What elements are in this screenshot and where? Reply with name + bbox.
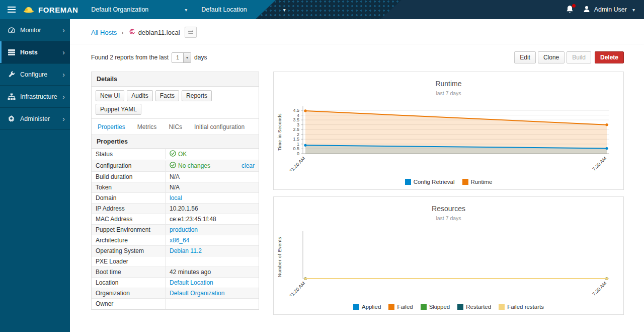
legend-label: Restarted [466,304,491,310]
table-row: Boot time42 minutes ago [92,267,259,278]
legend-item-failed-restarts[interactable]: Failed restarts [499,304,544,310]
legend-item-config-retrieval[interactable]: Config Retrieval [405,179,455,185]
legend-label: Failed restarts [507,304,544,310]
delete-button[interactable]: Delete [595,51,624,63]
new-ui-button[interactable]: New UI [96,90,124,101]
property-label: Status [92,149,166,159]
tab-initial-configuration[interactable]: Initial configuration [194,123,245,130]
legend-label: Failed [397,304,413,310]
property-value: 42 minutes ago [170,269,211,276]
days-suffix-text: days [194,54,207,61]
chart-subtitle: last 7 days [436,215,461,221]
sidebar-item-infrastructure[interactable]: Infrastructure› [0,86,70,108]
legend-swatch [353,304,359,310]
user-menu[interactable]: Admin User ▾ [583,5,635,15]
top-navbar: FOREMAN Default Organization ▾ Default L… [0,0,644,19]
clone-button[interactable]: Clone [538,51,565,63]
property-label: Configuration [92,161,166,171]
days-select[interactable]: 1 ▾ [172,52,191,63]
clear-link[interactable]: clear [242,162,255,169]
chevron-down-icon: ▾ [283,7,286,13]
chart-title: Resources [432,205,465,213]
property-value: N/A [170,184,180,191]
legend-item-restarted[interactable]: Restarted [457,304,491,310]
build-button[interactable]: Build [567,51,591,63]
hamburger-menu-icon[interactable] [0,0,23,19]
property-value-link[interactable]: Debian 11.2 [170,247,202,254]
legend-item-applied[interactable]: Applied [353,304,381,310]
legend-label: Runtime [471,179,493,185]
property-value-link[interactable]: Default Location [170,279,213,286]
reports-count-text: Found 2 reports from the last [91,54,169,61]
svg-text:1.5: 1.5 [293,137,299,142]
property-label: Build duration [92,172,166,182]
property-value-link[interactable]: local [170,194,182,202]
location-selector[interactable]: Default Location ▾ [201,6,285,13]
x-axis-tick-label: 12/16, 7:20 AM [581,281,607,296]
property-label: Owner [92,299,166,309]
tab-metrics[interactable]: Metrics [137,123,157,130]
circle-check-icon [170,150,176,158]
brand-name: FOREMAN [38,6,78,14]
property-label: Architecture [92,235,166,245]
breadcrumb-separator-icon: › [121,29,123,36]
chart-title: Runtime [435,80,461,88]
legend-item-runtime[interactable]: Runtime [462,179,493,185]
chevron-right-icon: › [62,49,65,56]
property-value-link[interactable]: Default Organization [170,290,224,297]
x-axis-tick-label: 11/25, 11:20 AM [278,156,306,171]
breadcrumb-all-hosts-link[interactable]: All Hosts [91,29,117,36]
resources-chart: Resourceslast 7 daysNumber of Events11/2… [274,199,623,296]
chart-legend: AppliedFailedSkippedRestartedFailed rest… [274,304,623,310]
table-row: StatusOK [92,149,259,160]
notifications-bell-icon[interactable] [566,5,575,14]
facts-button[interactable]: Facts [155,90,179,101]
tab-properties[interactable]: Properties [98,123,125,130]
property-label: Domain [92,193,166,203]
sidebar-item-administer[interactable]: Administer› [0,108,70,130]
svg-text:0: 0 [297,151,299,156]
puppet-yaml-button[interactable]: Puppet YAML [96,104,141,115]
details-panel-title: Details [92,72,259,87]
property-label: Boot time [92,267,166,277]
exchange-icon[interactable] [185,27,197,38]
legend-item-failed[interactable]: Failed [388,304,413,310]
property-value: N/A [170,173,180,180]
chart-legend: Config RetrievalRuntime [274,179,623,185]
table-row: Build durationN/A [92,172,259,182]
property-value: ce:e1:23:45:1f:48 [170,216,216,223]
legend-swatch [421,304,427,310]
gauge-icon [7,26,16,34]
chevron-down-icon: ▾ [185,7,187,13]
chevron-down-icon: ▾ [183,53,191,62]
sidebar-item-configure[interactable]: Configure› [0,63,70,86]
tab-nics[interactable]: NICs [169,123,182,130]
table-row: OrganizationDefault Organization [92,288,259,299]
sidebar-item-hosts[interactable]: Hosts› [0,41,70,63]
property-value-link[interactable]: x86_64 [170,237,189,244]
property-value: 10.20.1.56 [170,205,198,212]
organization-selector[interactable]: Default Organization ▾ [91,6,187,13]
legend-swatch [405,179,411,185]
property-label: PXE Loader [92,256,166,267]
table-row: Architecturex86_64 [92,235,259,246]
breadcrumb: All Hosts › debian11.local [70,19,644,44]
legend-label: Applied [362,304,381,310]
property-label: MAC Address [92,214,166,224]
status-value: No changes [178,162,210,169]
audits-button[interactable]: Audits [127,90,152,101]
user-name: Admin User [594,6,627,13]
table-row: IP Address10.20.1.56 [92,204,259,214]
details-panel: Details New UIAuditsFactsReportsPuppet Y… [91,72,259,310]
table-row: Operating SystemDebian 11.2 [92,246,259,256]
property-value-link[interactable]: production [170,226,198,233]
edit-button[interactable]: Edit [514,51,536,63]
sidebar-item-monitor[interactable]: Monitor› [0,19,70,41]
property-label: IP Address [92,204,166,214]
legend-item-skipped[interactable]: Skipped [421,304,450,310]
property-label: Operating System [92,246,166,256]
sidebar-item-label: Administer [20,115,50,122]
sidebar-item-label: Monitor [20,27,41,34]
foreman-brand[interactable]: FOREMAN [23,5,78,15]
reports-button[interactable]: Reports [182,90,212,101]
